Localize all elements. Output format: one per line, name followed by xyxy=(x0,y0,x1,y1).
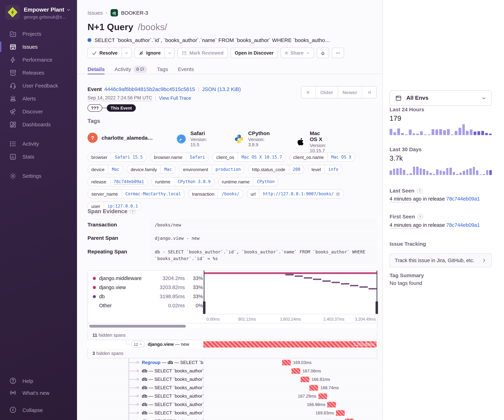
waterfall-minimap[interactable] xyxy=(204,270,377,314)
span-duration-bar[interactable] xyxy=(327,402,336,408)
event-json-link[interactable]: JSON (13.2 KiB) xyxy=(202,86,241,92)
newer-event-button[interactable]: Newer xyxy=(338,86,362,98)
first-seen-heading: First Seen ? xyxy=(390,214,423,219)
sidebar-item-releases[interactable]: Releases xyxy=(0,66,77,79)
open-in-discover-button[interactable]: Open in Discover xyxy=(230,48,278,58)
sidebar-item-user-feedback[interactable]: User Feedback xyxy=(0,79,77,92)
featured-tag-mac-os-x[interactable]: Mac OS XVersion: 10.15.7 xyxy=(295,130,326,153)
sidebar-item-discover[interactable]: Discover xyxy=(0,105,77,118)
sidebar-item-stats[interactable]: Stats xyxy=(0,150,77,163)
sidebar-item-dashboards[interactable]: Dashboards xyxy=(0,118,77,131)
latest-event-button[interactable] xyxy=(362,86,376,98)
tag-value-link[interactable]: Mac OS X xyxy=(327,153,355,161)
unknown-release-pill[interactable]: ??? xyxy=(88,104,102,112)
org-switcher[interactable]: Empower Plant xyxy=(24,7,71,13)
tag-value-link[interactable]: Mac xyxy=(108,165,123,174)
span-row-2[interactable]: db — SELECT `books_author`167.06ms xyxy=(88,367,377,375)
event-id-link[interactable]: 4446c9af6bb94815b2ac9bc4515c5615 xyxy=(104,86,195,92)
more-actions-button[interactable] xyxy=(332,48,344,58)
environment-filter-select[interactable]: All Envs xyxy=(390,90,492,106)
sidebar-item-alerts[interactable]: Alerts xyxy=(0,92,77,105)
sidebar-footer-what-s-new[interactable]: What's new xyxy=(0,387,77,399)
org-logo[interactable] xyxy=(5,5,20,20)
tag-value-link[interactable]: Cormac-MacCarthy.local xyxy=(121,190,185,198)
help-icon[interactable]: ? xyxy=(417,188,422,193)
tab-tags[interactable]: Tags xyxy=(157,64,168,74)
track-issue-button[interactable]: Track this issue in Jira, GitHub, etc. xyxy=(390,253,492,267)
sidebar-item-issues[interactable]: Issues xyxy=(0,40,77,53)
event-count-bar xyxy=(423,169,425,175)
environment-filter-value: All Envs xyxy=(406,95,428,101)
minimap-right-handle[interactable] xyxy=(376,301,378,314)
subscribe-button[interactable] xyxy=(317,48,329,58)
first-seen-release-link[interactable]: 78c744eb09a1 xyxy=(446,222,480,228)
this-event-pill[interactable]: This Event xyxy=(107,104,136,112)
sidebar-item-projects[interactable]: Projects xyxy=(0,27,77,40)
sidebar-footer-collapse[interactable]: Collapse xyxy=(0,404,77,416)
span-row-1[interactable]: Regroup — db — SELECT `boo169.03ms xyxy=(88,358,377,367)
share-button[interactable]: Share xyxy=(281,48,314,58)
ignore-button[interactable]: Ignore xyxy=(134,48,175,58)
span-row-3[interactable]: db — SELECT `books_author`166.81ms xyxy=(88,375,377,384)
hidden-spans-row-inner[interactable]: 3 hidden spans xyxy=(88,348,377,358)
span-row-6[interactable]: db — SELECT `books_author`166.98ms xyxy=(88,400,377,409)
hidden-spans-row-top[interactable]: 11 hidden spans xyxy=(88,330,377,340)
parent-span-bar[interactable]: 3,203.82ms xyxy=(203,341,377,348)
tag-value-link[interactable]: 200 xyxy=(289,165,304,174)
view-full-trace-link[interactable]: View Full Trace xyxy=(159,96,191,101)
resolve-button[interactable]: Resolve xyxy=(88,48,132,58)
track-issue-label: Track this issue in Jira, GitHub, etc. xyxy=(395,258,474,263)
breadcrumb-issues-link[interactable]: Issues xyxy=(88,10,103,16)
regroup-link[interactable]: Regroup xyxy=(142,360,161,365)
span-row-4[interactable]: db — SELECT `books_author`168.74ms xyxy=(88,384,377,392)
axis-tick-label: 2,403.37ms xyxy=(324,317,344,321)
featured-tag-cpython[interactable]: CPythonVersion: 3.8.9 xyxy=(234,130,270,147)
tab-events[interactable]: Events xyxy=(178,64,194,74)
tag-value-link[interactable]: Safari 15.5 xyxy=(111,153,146,161)
help-icon[interactable]: ? xyxy=(417,214,423,219)
span-duration-bar[interactable] xyxy=(310,385,318,391)
tag-value-link[interactable]: Mac xyxy=(161,165,175,174)
waterfall-hscrollbar[interactable] xyxy=(88,323,377,328)
span-duration-bar[interactable] xyxy=(336,410,345,416)
sidebar-item-activity[interactable]: Activity xyxy=(0,137,77,150)
span-duration-bar[interactable] xyxy=(292,368,300,374)
hscrollbar-thumb[interactable] xyxy=(89,325,186,328)
sidebar-item-performance[interactable]: Performance xyxy=(0,53,77,66)
tag-value-link[interactable]: CPython 3.8.9 xyxy=(174,177,214,186)
span-row-5[interactable]: db — SELECT `books_author`167.29ms xyxy=(88,392,377,400)
mark-reviewed-button[interactable]: Mark Reviewed xyxy=(177,48,228,58)
tag-value-link[interactable]: http://127.0.0.1:9007/books/ xyxy=(259,190,344,198)
parent-span-row[interactable]: 12 django.view — new 3,203.82ms xyxy=(88,340,377,348)
ellipsis-icon xyxy=(335,50,341,55)
tab-activity[interactable]: Activity0 xyxy=(114,64,147,74)
featured-tag-charlotte-alameda-[interactable]: ?charlotte_alameda… xyxy=(88,133,153,143)
featured-tag-safari[interactable]: SafariVersion: 15.5 xyxy=(176,130,207,147)
span-count-badge[interactable]: 12 xyxy=(131,341,145,348)
span-duration: 166.87ms xyxy=(324,419,343,420)
tag-value-link[interactable]: 78c744eb09a1 xyxy=(110,177,147,186)
tab-details[interactable]: Details xyxy=(88,64,105,74)
tag-value-link[interactable]: CPython xyxy=(253,177,278,186)
older-event-button[interactable]: Older xyxy=(315,86,338,98)
span-row-8[interactable]: db — SELECT `books_author`166.87ms xyxy=(88,417,377,420)
ignore-dropdown[interactable] xyxy=(164,48,174,58)
span-duration-bar[interactable] xyxy=(318,393,327,399)
sidebar-item-settings[interactable]: Settings xyxy=(0,169,77,182)
sidebar-footer-help[interactable]: Help xyxy=(0,375,77,387)
tag-value-link[interactable]: Safari xyxy=(186,153,209,161)
span-duration-bar[interactable] xyxy=(282,360,291,365)
span-duration-bar[interactable] xyxy=(345,419,354,420)
help-icon[interactable]: ? xyxy=(130,209,135,214)
last-seen-release-link[interactable]: 78c744eb09a1 xyxy=(446,196,480,202)
event-count-bar xyxy=(426,171,428,175)
tag-value-link[interactable]: /books/ xyxy=(218,190,243,198)
tag-value-link[interactable]: Mac OS X 10.15.7 xyxy=(238,153,285,161)
minimap-left-handle[interactable] xyxy=(203,301,205,314)
tag-value-link[interactable]: info xyxy=(324,165,342,174)
oldest-event-button[interactable] xyxy=(301,86,315,98)
resolve-dropdown[interactable] xyxy=(121,48,131,58)
tag-value-link[interactable]: production xyxy=(212,165,244,174)
span-row-7[interactable]: db — SELECT `books_author`169.63ms xyxy=(88,409,377,417)
span-duration-bar[interactable] xyxy=(301,377,309,382)
